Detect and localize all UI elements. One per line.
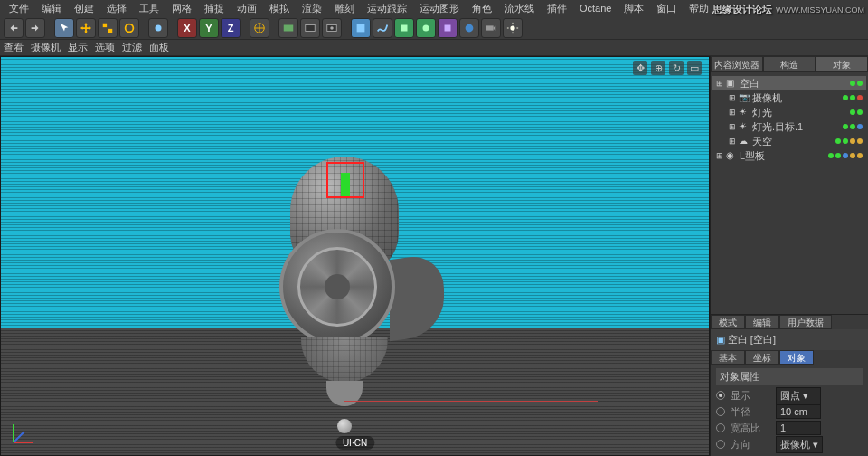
undo-button[interactable] [4, 18, 24, 38]
attr-row-1: 半径10 cm [716, 404, 863, 420]
attr-radio[interactable] [716, 407, 725, 416]
menu-流水线[interactable]: 流水线 [499, 1, 540, 16]
attr-row-0: 显示圆点 ▾ [716, 387, 863, 404]
selection-highlight [326, 162, 364, 198]
render-pv[interactable] [300, 18, 320, 38]
menu-运动跟踪[interactable]: 运动跟踪 [362, 1, 412, 16]
null-icon: ▣ [716, 334, 725, 345]
tree-item-4[interactable]: ⊞☁天空 [712, 134, 866, 148]
subbar-面板[interactable]: 面板 [149, 41, 169, 54]
add-light[interactable] [503, 18, 523, 38]
object-tree[interactable]: ⊞▣空白⊞📷摄像机⊞☀灯光⊞☀灯光.目标.1⊞☁天空⊞◉L型板 [711, 72, 868, 235]
attribute-manager: 模式编辑用户数据 ▣ 空白 [空白] 基本坐标对象 对象属性 显示圆点 ▾半径1… [711, 314, 868, 456]
render-settings[interactable] [322, 18, 342, 38]
svg-point-3 [156, 24, 162, 31]
vp-max-icon[interactable]: ▭ [687, 61, 702, 75]
add-generator2[interactable] [416, 18, 436, 38]
rotate-tool[interactable] [119, 18, 139, 38]
menu-雕刻[interactable]: 雕刻 [329, 1, 360, 16]
menu-编辑[interactable]: 编辑 [36, 1, 67, 16]
svg-rect-5 [284, 24, 294, 31]
subbar-显示[interactable]: 显示 [68, 41, 88, 54]
attr-section-header: 对象属性 [716, 368, 863, 385]
attr-value[interactable]: 摄像机 ▾ [776, 436, 823, 453]
subbar-过滤[interactable]: 过滤 [122, 41, 142, 54]
attr-tab-1[interactable]: 编辑 [745, 315, 779, 329]
subbar-摄像机[interactable]: 摄像机 [31, 41, 61, 54]
tree-item-0[interactable]: ⊞▣空白 [712, 76, 866, 90]
menu-文件[interactable]: 文件 [4, 1, 34, 16]
attr-value[interactable]: 圆点 ▾ [776, 387, 821, 404]
menu-选择[interactable]: 选择 [101, 1, 132, 16]
attr-radio[interactable] [716, 391, 725, 400]
vp-rotate-icon[interactable]: ↻ [669, 61, 684, 75]
attr-subtab-0[interactable]: 基本 [711, 350, 745, 365]
menu-脚本[interactable]: 脚本 [618, 1, 649, 16]
redo-button[interactable] [25, 18, 45, 38]
last-tool[interactable] [148, 18, 168, 38]
menu-捕捉[interactable]: 捕捉 [199, 1, 230, 16]
add-primitive[interactable] [351, 18, 371, 38]
watermark-url: WWW.MISSYUAN.COM [776, 5, 864, 14]
viewport[interactable]: ✥ ⊕ ↻ ▭ UI·CN [0, 56, 710, 456]
svg-line-18 [14, 432, 24, 442]
menu-创建[interactable]: 创建 [69, 1, 99, 16]
attr-value[interactable]: 1 [776, 421, 821, 435]
lock-y[interactable]: Y [199, 18, 219, 38]
menu-插件[interactable]: 插件 [542, 1, 572, 16]
render-view[interactable] [278, 18, 298, 38]
menu-帮助[interactable]: 帮助 [684, 1, 714, 16]
axis-indicator [6, 413, 42, 450]
main-toolbar: X Y Z [0, 16, 868, 40]
panel-tab-1[interactable]: 构造 [763, 56, 816, 72]
attr-value[interactable]: 10 cm [776, 404, 821, 419]
menu-模拟[interactable]: 模拟 [264, 1, 295, 16]
menu-角色[interactable]: 角色 [467, 1, 497, 16]
lock-z[interactable]: Z [221, 18, 241, 38]
coord-system[interactable] [250, 18, 269, 38]
add-deformer[interactable] [438, 18, 458, 38]
menu-动画[interactable]: 动画 [231, 1, 262, 16]
add-env[interactable] [459, 18, 479, 38]
svg-point-8 [330, 26, 334, 30]
model-object[interactable] [236, 157, 453, 437]
menu-窗口[interactable]: 窗口 [651, 1, 682, 16]
tree-item-1[interactable]: ⊞📷摄像机 [712, 90, 866, 105]
svg-rect-0 [103, 23, 107, 26]
attr-tab-0[interactable]: 模式 [711, 315, 745, 329]
watermark-logo: UI·CN [335, 436, 374, 450]
svg-rect-10 [401, 24, 408, 31]
attr-subtab-2[interactable]: 对象 [779, 350, 814, 365]
attr-radio[interactable] [716, 440, 725, 449]
select-tool[interactable] [54, 18, 74, 38]
lock-x[interactable]: X [177, 18, 197, 38]
menu-渲染[interactable]: 渲染 [297, 1, 327, 16]
attr-row-3: 方向摄像机 ▾ [716, 436, 863, 452]
add-spline[interactable] [373, 18, 392, 38]
tree-item-5[interactable]: ⊞◉L型板 [712, 148, 866, 163]
watermark-title: 思缘设计论坛 [712, 4, 772, 14]
tree-item-3[interactable]: ⊞☀灯光.目标.1 [712, 119, 866, 134]
move-tool[interactable] [76, 18, 96, 38]
scale-tool[interactable] [98, 18, 118, 38]
add-camera[interactable] [481, 18, 501, 38]
subbar-选项[interactable]: 选项 [95, 41, 115, 54]
menu-Octane[interactable]: Octane [574, 2, 617, 14]
attr-tab-2[interactable]: 用户数据 [779, 315, 832, 329]
menu-工具[interactable]: 工具 [134, 1, 165, 16]
viewport-subbar: 查看摄像机显示选项过滤面板 [0, 40, 868, 56]
attr-title: 空白 [空白] [728, 334, 776, 345]
menu-网格[interactable]: 网格 [166, 1, 197, 16]
attr-radio[interactable] [716, 423, 725, 432]
attr-row-2: 宽高比1 [716, 420, 863, 436]
vp-zoom-icon[interactable]: ⊕ [651, 61, 665, 75]
vp-pan-icon[interactable]: ✥ [633, 61, 647, 75]
panel-tab-2[interactable]: 对象 [816, 56, 868, 72]
svg-point-15 [510, 25, 514, 30]
subbar-查看[interactable]: 查看 [4, 41, 24, 54]
tree-item-2[interactable]: ⊞☀灯光 [712, 105, 866, 119]
panel-tab-0[interactable]: 内容浏览器 [711, 56, 763, 72]
add-generator[interactable] [394, 18, 414, 38]
attr-subtab-1[interactable]: 坐标 [745, 350, 779, 365]
menu-运动图形[interactable]: 运动图形 [414, 1, 465, 16]
